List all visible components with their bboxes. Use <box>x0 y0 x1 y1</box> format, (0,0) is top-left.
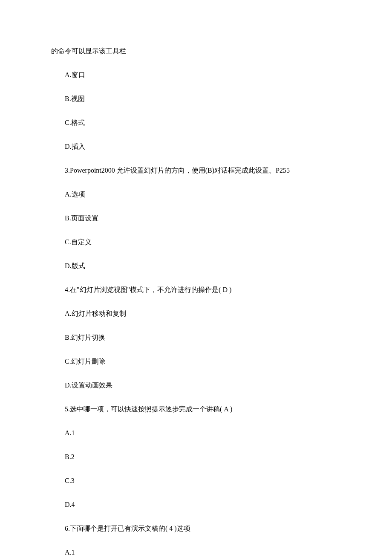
question-5: 5.选中哪一项，可以快速按照提示逐步完成一个讲稿( A ) <box>51 404 341 414</box>
option-a: A.窗口 <box>51 70 341 80</box>
option-c: C.3 <box>51 476 341 486</box>
question-6: 6.下面哪个是打开已有演示文稿的( 4 )选项 <box>51 523 341 534</box>
option-b: B.页面设置 <box>51 213 341 223</box>
option-d: D.版式 <box>51 261 341 271</box>
option-d: D.4 <box>51 500 341 510</box>
option-a: A.1 <box>51 428 341 438</box>
option-d: D.设置动画效果 <box>51 380 341 390</box>
option-a: A.1 <box>51 547 341 555</box>
option-a: A.幻灯片移动和复制 <box>51 309 341 319</box>
question-3: 3.Powerpoint2000 允许设置幻灯片的方向，使用(B)对话框完成此设… <box>51 165 341 176</box>
question-4: 4.在"幻灯片浏览视图"模式下，不允许进行的操作是( D ) <box>51 285 341 295</box>
option-c: C.格式 <box>51 118 341 128</box>
option-b: B.视图 <box>51 94 341 104</box>
document-page: 的命令可以显示该工具栏 A.窗口 B.视图 C.格式 D.插入 3.Powerp… <box>0 0 392 555</box>
option-c: C.幻灯片删除 <box>51 356 341 367</box>
option-d: D.插入 <box>51 142 341 152</box>
option-b: B.2 <box>51 452 341 462</box>
option-a: A.选项 <box>51 189 341 199</box>
text-line: 的命令可以显示该工具栏 <box>51 46 341 56</box>
option-b: B.幻灯片切换 <box>51 332 341 343</box>
option-c: C.自定义 <box>51 237 341 247</box>
